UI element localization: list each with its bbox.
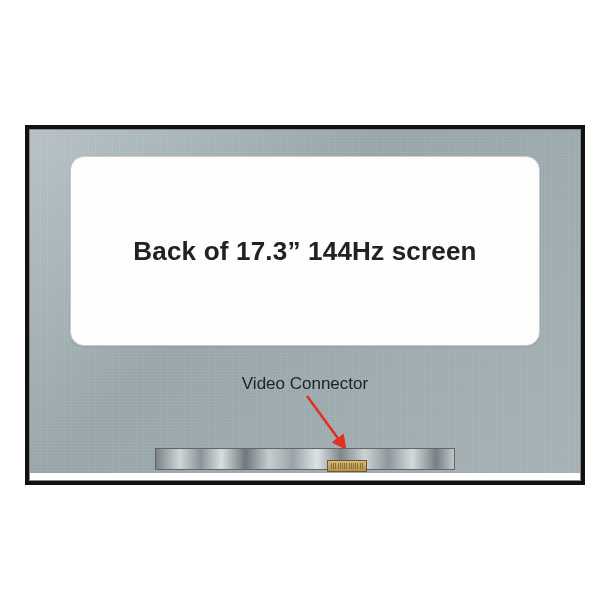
main-label-panel: Back of 17.3” 144Hz screen: [70, 156, 540, 346]
video-connector: [327, 460, 367, 472]
main-label-text: Back of 17.3” 144Hz screen: [133, 236, 476, 267]
pcb-strip: [155, 448, 455, 470]
connector-label-text: Video Connector: [242, 374, 368, 394]
screen-bezel: Back of 17.3” 144Hz screen Video Connect…: [29, 129, 581, 481]
laptop-screen-back: Back of 17.3” 144Hz screen Video Connect…: [25, 125, 585, 485]
svg-line-0: [307, 396, 345, 448]
bottom-edge: [30, 473, 580, 481]
